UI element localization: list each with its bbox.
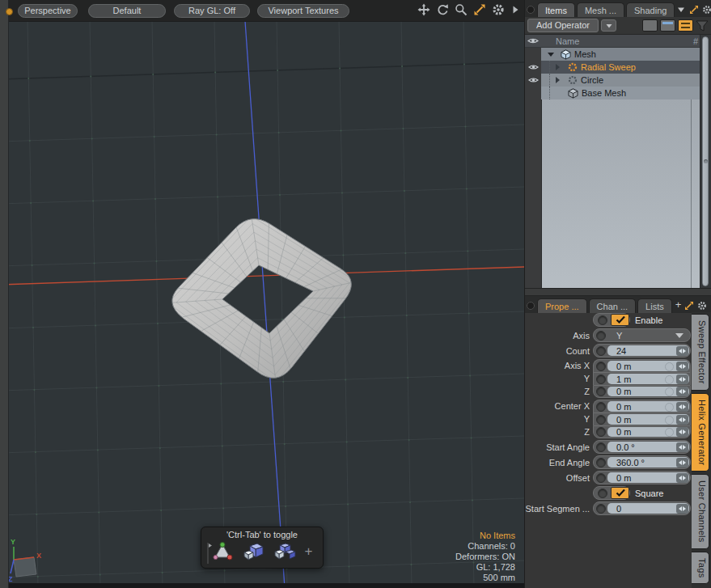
viewport-textures-button[interactable]: Viewport Textures [257, 4, 349, 18]
item-list[interactable]: Name # MeshRadial SweepCircleBase Mesh [525, 35, 710, 288]
count-field[interactable]: 24 [593, 344, 691, 357]
item-row-radial-sweep[interactable]: Radial Sweep [525, 61, 700, 74]
tab-items[interactable]: Items [537, 2, 575, 17]
start-angle-field[interactable]: 0.0 ° [593, 440, 691, 454]
raygl-button[interactable]: Ray GL: Off [174, 4, 250, 18]
more-arrow-icon[interactable] [510, 5, 520, 15]
mini-slider-icon[interactable] [676, 427, 688, 437]
tab-shading[interactable]: Shading [626, 2, 675, 17]
field-value[interactable]: 0 m [607, 472, 689, 483]
tab-channels[interactable]: Chan ... [589, 298, 637, 313]
props-gear-icon[interactable] [697, 301, 707, 311]
axis-x-field[interactable]: 0 m [593, 359, 691, 372]
envelope-icon[interactable] [665, 403, 674, 412]
field-value[interactable]: 360.0 ° [607, 457, 689, 467]
mini-slider-icon[interactable] [676, 346, 688, 356]
vtab-tags[interactable]: Tags [692, 552, 709, 584]
mini-slider-icon[interactable] [676, 442, 688, 452]
envelope-icon[interactable] [665, 428, 674, 437]
offset-field[interactable]: 0 m [593, 471, 691, 484]
maximize-icon[interactable] [473, 3, 486, 16]
tab-dropdown-icon[interactable] [676, 5, 686, 15]
channel-toggle-icon[interactable] [596, 442, 606, 452]
channel-toggle-icon[interactable] [596, 362, 606, 371]
channel-toggle-icon[interactable] [596, 458, 606, 467]
mini-slider-icon[interactable] [676, 362, 688, 371]
panel-splitter[interactable] [525, 288, 711, 296]
action-center-icon[interactable] [212, 541, 233, 562]
vtab-sweep-effector[interactable]: Sweep Effector [692, 314, 709, 391]
rotate-icon[interactable] [436, 3, 449, 16]
field-value[interactable]: 0 [607, 503, 689, 514]
tab-mesh-ops[interactable]: Mesh ... [577, 2, 624, 17]
panel-maximize-icon[interactable] [689, 5, 699, 15]
list-view-thumb-button[interactable] [660, 19, 675, 32]
channel-toggle-icon[interactable] [596, 427, 606, 437]
pan-icon[interactable] [417, 3, 430, 16]
channel-toggle-icon[interactable] [596, 331, 606, 341]
eye-icon[interactable] [528, 63, 539, 71]
envelope-icon[interactable] [665, 375, 674, 384]
header-eye-icon[interactable] [527, 35, 539, 47]
start-segmen--field[interactable]: 0 [593, 501, 691, 515]
viewport-canvas[interactable] [0, 0, 524, 588]
end-angle-field[interactable]: 360.0 ° [593, 455, 691, 469]
envelope-icon[interactable] [665, 387, 674, 396]
vtab-helix-generator[interactable]: Helix Generator [692, 393, 709, 472]
expander-open-icon[interactable] [548, 53, 554, 57]
field-value[interactable]: 0.0 ° [607, 442, 689, 452]
channel-toggle-icon[interactable] [598, 315, 607, 325]
field-value[interactable]: 24 [607, 345, 689, 356]
shading-default-button[interactable]: Default [88, 4, 166, 18]
props-maximize-icon[interactable] [684, 301, 694, 311]
mini-slider-icon[interactable] [676, 504, 688, 514]
scrollbar-thumb[interactable] [702, 36, 709, 286]
mini-slider-icon[interactable] [676, 458, 688, 467]
channel-toggle-icon[interactable] [596, 346, 606, 356]
item-row-mesh[interactable]: Mesh [525, 48, 700, 61]
ctrl-tab-popup[interactable]: 'Ctrl-Tab' to toggle [201, 527, 324, 569]
field-value[interactable]: 1 m [607, 374, 689, 384]
envelope-icon[interactable] [665, 416, 674, 425]
add-tab-button[interactable]: + [675, 298, 682, 311]
vtab-user-channels[interactable]: User Channels [692, 474, 709, 549]
filter-funnel-icon[interactable] [696, 20, 709, 32]
zoom-icon[interactable] [455, 3, 468, 16]
channel-toggle-icon[interactable] [598, 489, 607, 498]
channel-toggle-icon[interactable] [596, 415, 606, 425]
field-value[interactable]: 0 m [607, 427, 689, 437]
enable-checkbox[interactable] [611, 314, 629, 326]
expander-closed-icon[interactable] [556, 77, 560, 83]
tab-lists[interactable]: Lists [637, 298, 672, 313]
add-operator-button[interactable]: Add Operator [527, 19, 599, 32]
mini-slider-icon[interactable] [676, 415, 688, 425]
z-field[interactable]: 0 m [593, 425, 691, 438]
panel-gear-icon[interactable] [702, 5, 711, 15]
eye-icon[interactable] [528, 76, 539, 84]
field-value[interactable]: 0 m [607, 414, 689, 425]
y-field[interactable]: 1 m [593, 372, 691, 385]
square-toggle[interactable] [593, 486, 630, 500]
channel-toggle-icon[interactable] [596, 387, 606, 396]
z-field[interactable]: 0 m [593, 385, 691, 398]
item-list-scrollbar[interactable] [700, 35, 710, 288]
perspective-button[interactable]: Perspective [18, 4, 78, 18]
y-field[interactable]: 0 m [593, 412, 691, 425]
list-view-plain-button[interactable] [642, 19, 658, 32]
field-value[interactable]: 0 m [607, 401, 689, 412]
mini-slider-icon[interactable] [676, 374, 688, 384]
add-operator-dropdown[interactable] [601, 19, 616, 32]
axis-dropdown[interactable]: Y [593, 328, 691, 342]
props-tab-overflow-button[interactable] [527, 302, 535, 310]
channel-toggle-icon[interactable] [596, 374, 606, 384]
center-x-field[interactable]: 0 m [593, 400, 691, 412]
tab-overflow-button[interactable] [527, 6, 535, 14]
item-row-circle[interactable]: Circle [525, 74, 700, 87]
expander-closed-icon[interactable] [556, 64, 560, 70]
channel-toggle-icon[interactable] [596, 402, 606, 412]
square-checkbox[interactable] [611, 487, 629, 499]
tab-properties[interactable]: Prope ... [537, 298, 587, 313]
gear-icon[interactable] [492, 3, 505, 16]
add-tool-icon[interactable]: + [305, 544, 313, 558]
channel-toggle-icon[interactable] [596, 473, 606, 483]
